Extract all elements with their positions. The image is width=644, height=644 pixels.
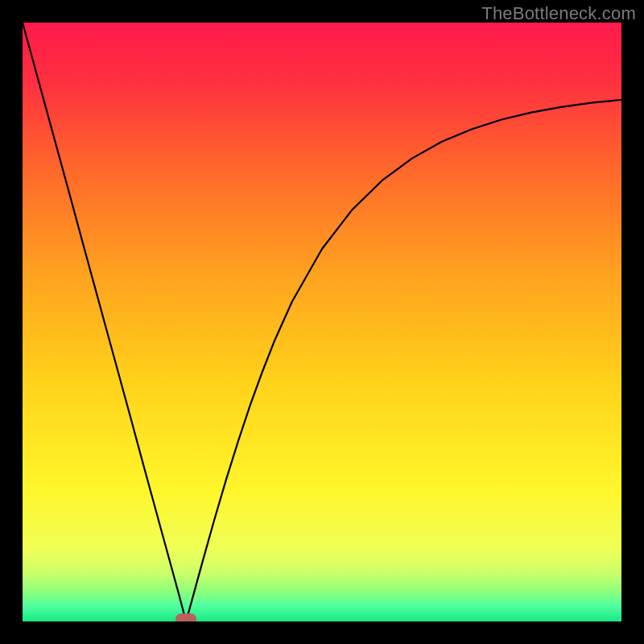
minimum-marker — [175, 613, 196, 621]
plot-area — [23, 23, 621, 621]
chart-frame: TheBottleneck.com — [0, 0, 644, 644]
watermark-text: TheBottleneck.com — [481, 3, 636, 24]
bottleneck-curve — [23, 23, 621, 621]
